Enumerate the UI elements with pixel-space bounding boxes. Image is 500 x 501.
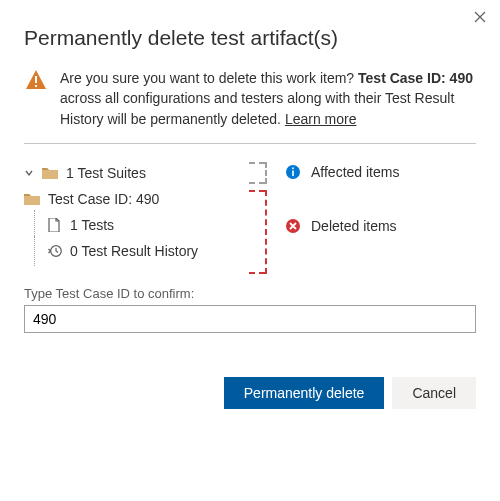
svg-rect-4	[292, 170, 294, 176]
content-area: 1 Test Suites Test Case ID: 490 1 Tests …	[24, 160, 476, 264]
folder-icon	[42, 166, 58, 180]
warning-id: Test Case ID: 490	[358, 70, 473, 86]
cancel-button[interactable]: Cancel	[392, 377, 476, 409]
info-icon	[285, 164, 301, 180]
tree-suites-label: 1 Test Suites	[66, 165, 146, 181]
tree-testcase[interactable]: Test Case ID: 490	[24, 186, 229, 212]
warning-prefix: Are you sure you want to delete this wor…	[60, 70, 358, 86]
tree-history[interactable]: 0 Test Result History	[24, 238, 229, 264]
document-icon	[48, 218, 62, 232]
tree-history-label: 0 Test Result History	[70, 243, 198, 259]
confirm-input[interactable]	[24, 305, 476, 333]
tree-column: 1 Test Suites Test Case ID: 490 1 Tests …	[24, 160, 229, 264]
tree-tests[interactable]: 1 Tests	[24, 212, 229, 238]
legend-deleted: Deleted items	[285, 218, 476, 234]
history-icon	[48, 244, 62, 258]
chevron-down-icon	[24, 168, 34, 178]
warning-text: Are you sure you want to delete this wor…	[60, 68, 476, 129]
confirm-prompt: Type Test Case ID to confirm:	[24, 286, 476, 301]
svg-rect-0	[35, 76, 37, 83]
error-icon	[285, 218, 301, 234]
folder-icon	[24, 192, 40, 206]
close-icon	[474, 11, 486, 23]
learn-more-link[interactable]: Learn more	[285, 111, 357, 127]
legend-deleted-label: Deleted items	[311, 218, 397, 234]
brackets-column	[237, 160, 271, 264]
tree-suites[interactable]: 1 Test Suites	[24, 160, 229, 186]
footer: Permanently delete Cancel	[24, 377, 476, 409]
legend-column: Affected items Deleted items	[279, 160, 476, 264]
legend-affected: Affected items	[285, 164, 476, 180]
divider	[24, 143, 476, 144]
close-button[interactable]	[470, 6, 490, 30]
delete-dialog: Permanently delete test artifact(s) Are …	[0, 0, 500, 433]
warning-icon	[24, 68, 48, 129]
dialog-title: Permanently delete test artifact(s)	[24, 26, 476, 50]
tree-testcase-label: Test Case ID: 490	[48, 191, 159, 207]
svg-rect-1	[35, 85, 37, 87]
permanently-delete-button[interactable]: Permanently delete	[224, 377, 385, 409]
legend-affected-label: Affected items	[311, 164, 399, 180]
deleted-bracket	[265, 190, 267, 274]
svg-rect-5	[292, 167, 294, 169]
affected-bracket	[265, 162, 267, 184]
tree-tests-label: 1 Tests	[70, 217, 114, 233]
warning-row: Are you sure you want to delete this wor…	[24, 68, 476, 129]
warning-suffix: across all configurations and testers al…	[60, 90, 454, 126]
